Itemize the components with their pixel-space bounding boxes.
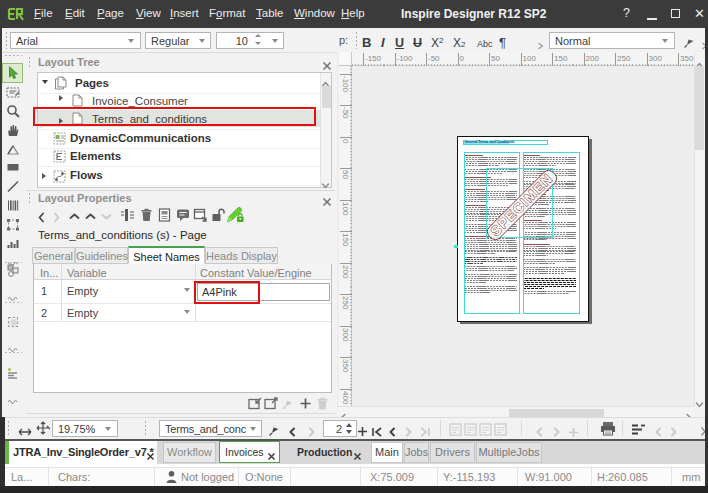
svg-text:SPECIMEN: SPECIMEN xyxy=(488,171,556,239)
